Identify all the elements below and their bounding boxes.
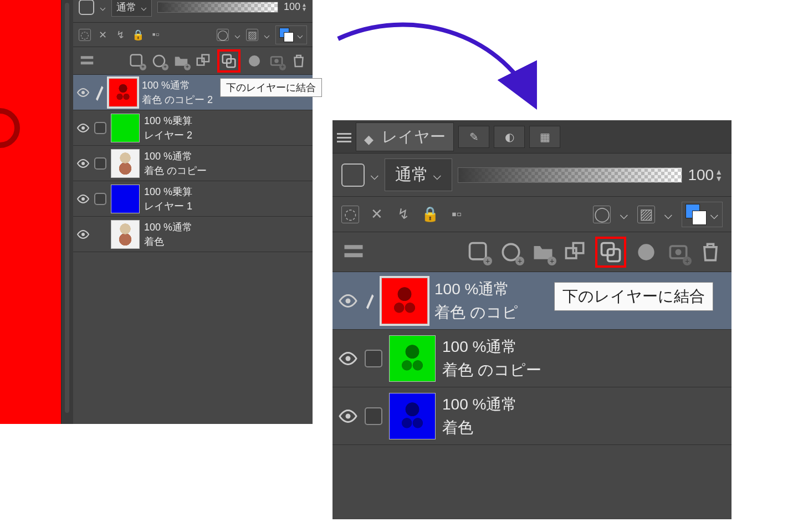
transition-arrow: [332, 17, 565, 127]
tone-icon[interactable]: ▨: [246, 29, 258, 41]
lock-icon[interactable]: 🔒: [132, 29, 144, 41]
merge-down-button[interactable]: [217, 49, 241, 73]
tab-edit[interactable]: ✎: [458, 126, 489, 148]
add-mask-icon[interactable]: +: [268, 53, 285, 69]
layer-panel-left: ⌵ 通常 ⌵ 100 ▲▼ ◌ ✕ ↯ 🔒 ▪▫ ◯ ⌵ ▨: [73, 0, 313, 424]
panel-menu-icon[interactable]: [341, 240, 366, 264]
delete-layer-icon[interactable]: [698, 240, 723, 264]
new-folder-icon[interactable]: +: [173, 53, 190, 69]
layer-row[interactable]: 100 %通常 着色 のコピー: [73, 146, 313, 181]
layer-row[interactable]: 100 %通常 着色 のコピー: [332, 330, 732, 387]
select-area-icon[interactable]: ◌: [341, 206, 359, 223]
layer-row[interactable]: 100 %通常 着色 のコピ 下のレイヤーに結合: [332, 272, 732, 330]
layer-thumbnail[interactable]: [109, 78, 137, 107]
visibility-eye-icon[interactable]: [76, 228, 90, 241]
visibility-eye-icon[interactable]: [338, 406, 358, 426]
clip-toggle-icon[interactable]: [79, 0, 94, 15]
layer-thumbnail[interactable]: [111, 185, 140, 213]
layer-thumbnail[interactable]: [111, 220, 140, 249]
svg-rect-2: [131, 54, 142, 65]
clip-toggle-icon[interactable]: [341, 163, 365, 187]
spinner-icon[interactable]: ▲▼: [715, 168, 723, 182]
add-mask-icon[interactable]: +: [666, 240, 690, 264]
layer-row[interactable]: 100 %通常 着色 のコピー 2 下のレイヤーに結合: [73, 75, 313, 110]
layers-icon: [364, 130, 378, 144]
svg-point-15: [81, 233, 85, 236]
new-vector-layer-icon[interactable]: +: [151, 53, 167, 69]
flatten-icon[interactable]: [634, 240, 658, 264]
tab-anim[interactable]: ▦: [529, 126, 560, 148]
flatten-icon[interactable]: [246, 53, 263, 69]
chevron-down-icon[interactable]: ⌵: [664, 206, 673, 223]
merge-down-button[interactable]: [595, 237, 626, 268]
layer-thumbnail[interactable]: [381, 278, 428, 324]
chevron-down-icon[interactable]: ⌵: [264, 29, 270, 41]
layer-row[interactable]: 100 %通常 着色: [332, 387, 732, 445]
visibility-eye-icon[interactable]: [76, 192, 90, 206]
layer-color-swatch[interactable]: ⌵: [275, 25, 307, 44]
chevron-down-icon[interactable]: ⌵: [234, 29, 241, 41]
edit-icon: ✎: [467, 130, 481, 144]
panel-menu-icon[interactable]: [79, 53, 95, 69]
chevron-down-icon[interactable]: ⌵: [100, 1, 106, 13]
opacity-value[interactable]: 100 ▲▼: [688, 166, 723, 184]
new-vector-layer-icon[interactable]: +: [499, 240, 523, 264]
opacity-slider[interactable]: [458, 167, 682, 183]
layer-panel-right: レイヤー ✎ ◐ ▦ ⌵ 通常 ⌵ 100 ▲▼ ◌ ✕ ↯: [332, 120, 732, 519]
spinner-icon[interactable]: ▲▼: [301, 3, 307, 12]
transfer-layer-icon[interactable]: [563, 240, 587, 264]
panel-gutter: [61, 0, 73, 424]
mask-icon[interactable]: ◯: [593, 206, 611, 223]
layer-thumbnail[interactable]: [389, 393, 436, 439]
visibility-eye-icon[interactable]: [76, 121, 90, 135]
clapper-icon: ▦: [538, 130, 552, 144]
layer-thumbnail[interactable]: [111, 114, 140, 142]
lock-icon[interactable]: 🔒: [421, 206, 439, 223]
layer-color-swatch[interactable]: ⌵: [682, 202, 723, 227]
ruler-icon[interactable]: ✕: [96, 29, 109, 41]
tab-layers[interactable]: レイヤー: [356, 122, 454, 151]
tone-icon[interactable]: ▨: [637, 206, 655, 223]
opacity-slider[interactable]: [157, 2, 278, 13]
pixel-lock-icon[interactable]: ▪▫: [448, 206, 466, 223]
blend-mode-select[interactable]: 通常 ⌵: [111, 0, 152, 17]
chevron-down-icon[interactable]: ⌵: [370, 166, 379, 183]
ruler-icon[interactable]: ✕: [368, 206, 386, 223]
layer-link-slot[interactable]: [365, 350, 382, 367]
select-area-icon[interactable]: ◌: [79, 29, 91, 41]
new-raster-layer-icon[interactable]: +: [129, 53, 145, 69]
layer-name: 着色 のコピ: [434, 302, 518, 323]
merge-down-icon: [598, 240, 623, 264]
layer-link-slot[interactable]: [365, 407, 382, 425]
visibility-eye-icon[interactable]: [76, 86, 90, 99]
new-raster-layer-icon[interactable]: +: [467, 240, 491, 264]
layer-thumbnail[interactable]: [111, 149, 140, 178]
layer-row[interactable]: 100 %乗算 レイヤー 2: [73, 110, 313, 146]
panel-menu-icon[interactable]: [337, 131, 351, 143]
opacity-value[interactable]: 100 ▲▼: [284, 1, 307, 13]
svg-rect-1: [81, 62, 94, 64]
blend-mode-select[interactable]: 通常 ⌵: [385, 158, 452, 191]
layer-row[interactable]: 100 %乗算 レイヤー 1: [73, 181, 313, 217]
layer-link-slot[interactable]: [94, 157, 106, 170]
layer-link-slot[interactable]: [94, 122, 106, 134]
layer-row[interactable]: 100 %通常 着色: [73, 217, 313, 252]
transfer-layer-icon[interactable]: [195, 53, 212, 69]
delete-layer-icon[interactable]: [290, 53, 307, 69]
visibility-eye-icon[interactable]: [76, 157, 90, 170]
layer-link-slot[interactable]: [94, 193, 106, 205]
visibility-eye-icon[interactable]: [338, 291, 358, 311]
svg-point-24: [638, 244, 654, 260]
chevron-down-icon: ⌵: [297, 29, 303, 41]
chevron-down-icon: ⌵: [710, 206, 719, 223]
chevron-down-icon[interactable]: ⌵: [620, 206, 628, 223]
tab-search[interactable]: ◐: [494, 126, 525, 148]
scrollbar[interactable]: [65, 3, 69, 413]
mask-icon[interactable]: ◯: [217, 29, 229, 41]
new-folder-icon[interactable]: +: [531, 240, 555, 264]
link-icon[interactable]: ↯: [114, 29, 126, 41]
layer-thumbnail[interactable]: [389, 335, 436, 382]
pixel-lock-icon[interactable]: ▪▫: [150, 29, 162, 41]
visibility-eye-icon[interactable]: [338, 349, 358, 369]
link-icon[interactable]: ↯: [395, 206, 412, 223]
